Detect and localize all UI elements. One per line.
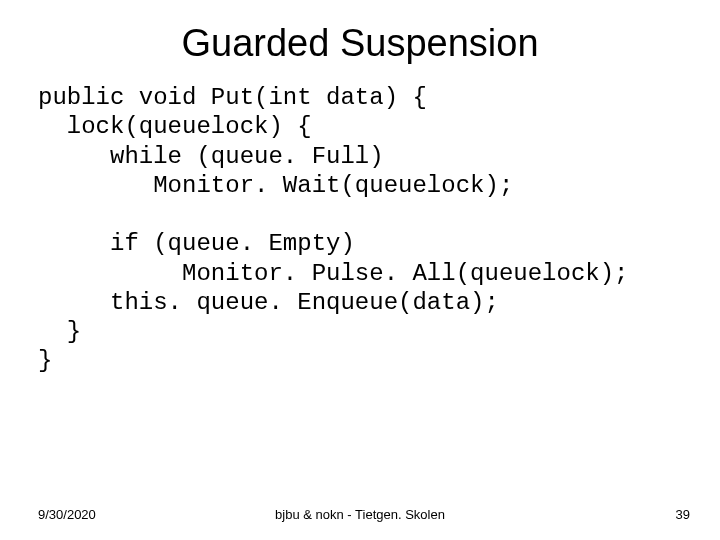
code-line: } xyxy=(38,318,81,345)
code-line: Monitor. Pulse. All(queuelock); xyxy=(38,260,629,287)
slide-title: Guarded Suspension xyxy=(0,0,720,83)
footer-center: bjbu & nokn - Tietgen. Skolen xyxy=(0,507,720,522)
code-block: public void Put(int data) { lock(queuelo… xyxy=(0,83,720,376)
footer-page-number: 39 xyxy=(676,507,690,522)
slide: Guarded Suspension public void Put(int d… xyxy=(0,0,720,540)
code-line: this. queue. Enqueue(data); xyxy=(38,289,499,316)
code-line: lock(queuelock) { xyxy=(38,113,312,140)
code-line: Monitor. Wait(queuelock); xyxy=(38,172,513,199)
code-line: while (queue. Full) xyxy=(38,143,384,170)
code-line: public void Put(int data) { xyxy=(38,84,427,111)
code-line: } xyxy=(38,347,52,374)
code-line: if (queue. Empty) xyxy=(38,230,355,257)
